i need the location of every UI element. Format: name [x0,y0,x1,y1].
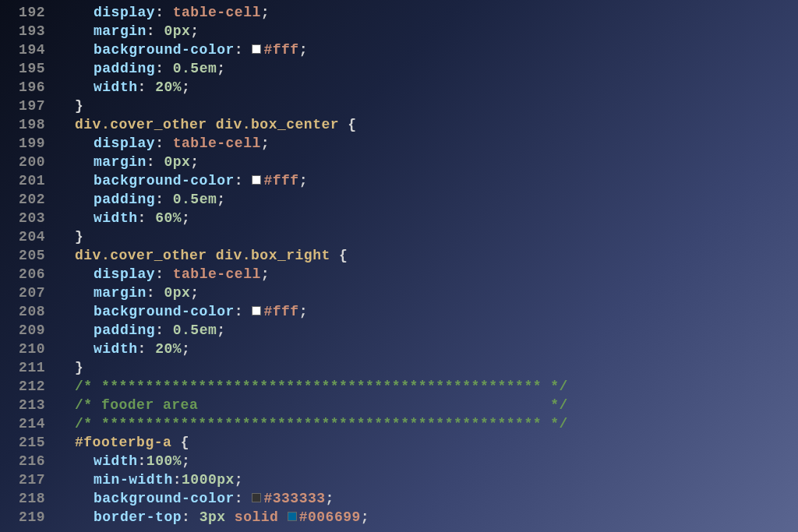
code-editor[interactable]: 1921931941951961971981992002012022032042… [0,0,798,527]
token-punct: : [235,304,252,319]
token-punct: ; [299,173,308,188]
color-swatch-icon [252,44,261,54]
line-number: 195 [0,59,45,78]
code-line[interactable]: width: 20%; [56,78,798,97]
line-number: 215 [0,433,45,452]
token-punct: ; [261,5,270,20]
token-prop: padding [94,61,155,76]
token-punct: ; [299,42,308,58]
token-punct: : [155,136,173,151]
color-swatch-icon [288,512,297,521]
code-line[interactable]: background-color: #fff; [56,171,798,190]
token-sel: div.cover_other div.box_right [75,248,339,263]
token-punct: } [75,98,83,114]
line-number: 219 [0,508,45,527]
token-num: 100% [147,453,182,469]
code-line[interactable]: padding: 0.5em; [56,321,798,340]
code-line[interactable]: width: 20%; [56,340,798,358]
line-number: 196 [0,78,45,97]
token-val: solid [235,509,288,525]
color-swatch-icon [252,175,261,185]
code-line[interactable]: background-color: #fff; [56,41,798,59]
token-prop: background-color [94,173,235,188]
token-prop: margin [94,285,147,301]
code-line[interactable]: display: table-cell; [56,265,798,284]
token-prop: margin [94,154,147,170]
token-punct: : [138,79,156,95]
code-line[interactable]: background-color: #fff; [56,302,798,321]
token-punct: ; [190,154,199,170]
token-punct: : [155,322,173,338]
code-line[interactable]: } [56,97,798,115]
line-number: 199 [0,134,45,153]
code-line[interactable]: div.cover_other div.box_right { [56,246,798,265]
token-punct: ; [235,472,243,488]
code-line[interactable]: padding: 0.5em; [56,59,798,78]
token-punct: } [75,229,83,245]
code-line[interactable]: min-width:1000px; [56,470,798,489]
color-swatch-icon [252,493,261,502]
token-punct: ; [326,491,334,506]
code-line[interactable]: margin: 0px; [56,153,798,171]
token-punct: { [339,248,348,263]
code-line[interactable]: width:100%; [56,452,798,470]
token-num: 20% [155,79,182,95]
code-line[interactable]: /* fooder area */ [56,396,798,414]
code-line[interactable]: margin: 0px; [56,22,798,41]
token-prop: background-color [94,304,235,319]
code-line[interactable]: display: table-cell; [56,3,798,22]
token-punct: ; [182,79,190,95]
token-punct: ; [182,341,190,357]
code-line[interactable]: margin: 0px; [56,284,798,302]
line-number: 218 [0,489,45,508]
code-line[interactable]: #footerbg-a { [56,433,798,452]
token-num: 0px [164,23,190,39]
token-punct: : [155,192,173,207]
token-punct: : [147,154,164,170]
line-number: 213 [0,396,45,414]
code-line[interactable]: background-color: #333333; [56,489,798,508]
token-prop: margin [94,23,147,39]
line-number: 210 [0,340,45,358]
line-number: 216 [0,452,45,470]
token-punct: : [155,266,173,282]
token-comment: /* *************************************… [75,379,568,394]
token-num: 0.5em [173,192,217,207]
token-prop: width [94,210,138,226]
token-punct: : [235,42,252,58]
code-line[interactable]: display: table-cell; [56,134,798,153]
token-punct: ; [182,210,190,226]
color-swatch-icon [252,306,261,315]
token-hex: #333333 [263,491,325,506]
code-line[interactable]: padding: 0.5em; [56,190,798,209]
line-number: 204 [0,227,45,246]
token-punct: ; [190,23,199,39]
token-punct: : [235,491,252,506]
token-punct: ; [190,285,199,301]
token-prop: display [94,136,155,151]
line-number: 193 [0,22,45,41]
token-punct: : [138,341,156,357]
token-val: table-cell [173,266,261,282]
code-line[interactable]: width: 60%; [56,209,798,227]
code-area[interactable]: display: table-cell;margin: 0px;backgrou… [56,3,798,527]
token-hex: #fff [263,304,298,319]
token-punct: : [155,5,173,20]
code-line[interactable]: /* *************************************… [56,377,798,396]
line-number: 201 [0,171,45,190]
line-number: 205 [0,246,45,265]
line-number: 192 [0,3,45,22]
token-num: 20% [155,341,182,357]
code-line[interactable]: border-top: 3px solid #006699; [56,508,798,527]
token-punct: { [348,117,356,132]
code-line[interactable]: /* *************************************… [56,414,798,433]
token-val: table-cell [173,136,261,151]
line-number: 212 [0,377,45,396]
token-prop: width [94,453,138,469]
token-num: 3px [200,509,235,525]
token-num: 0.5em [173,322,217,338]
token-num: 60% [155,210,182,226]
code-line[interactable]: div.cover_other div.box_center { [56,115,798,134]
code-line[interactable]: } [56,227,798,246]
code-line[interactable]: } [56,358,798,377]
